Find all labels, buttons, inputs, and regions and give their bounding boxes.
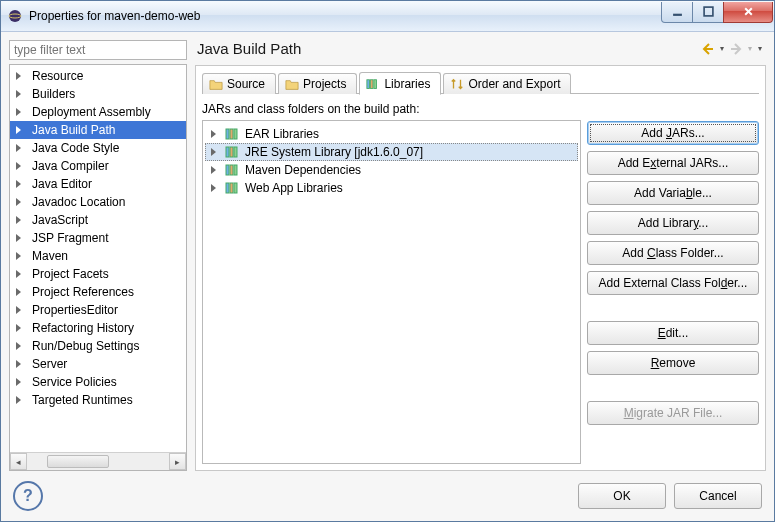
- scroll-left-icon[interactable]: ◂: [10, 453, 27, 470]
- tab-label: Source: [227, 77, 265, 91]
- add-library-button[interactable]: Add Library...: [587, 211, 759, 235]
- sidebar-item[interactable]: Project References: [10, 283, 186, 301]
- tab-icon: [366, 77, 380, 91]
- svg-rect-12: [226, 147, 229, 157]
- tab-icon: [450, 77, 464, 91]
- add-class-folder-button[interactable]: Add Class Folder...: [587, 241, 759, 265]
- svg-rect-9: [226, 129, 229, 139]
- sidebar-item[interactable]: Javadoc Location: [10, 193, 186, 211]
- svg-rect-15: [226, 165, 229, 175]
- window-title: Properties for maven-demo-web: [29, 9, 662, 23]
- minimize-button[interactable]: [661, 2, 693, 23]
- svg-rect-20: [234, 183, 237, 193]
- svg-rect-10: [230, 129, 233, 139]
- description: JARs and class folders on the build path…: [202, 100, 759, 120]
- library-label: Web App Libraries: [245, 180, 343, 196]
- tab-label: Projects: [303, 77, 346, 91]
- back-icon[interactable]: [700, 41, 716, 57]
- sidebar: ResourceBuildersDeployment AssemblyJava …: [9, 40, 187, 471]
- dropdown-icon[interactable]: ▾: [746, 41, 754, 57]
- add-variable-button[interactable]: Add Variable...: [587, 181, 759, 205]
- help-icon[interactable]: ?: [13, 481, 43, 511]
- horizontal-scrollbar[interactable]: ◂ ▸: [10, 452, 186, 470]
- sidebar-item[interactable]: Java Compiler: [10, 157, 186, 175]
- svg-rect-16: [230, 165, 233, 175]
- tab-bar: SourceProjectsLibrariesOrder and Export: [202, 70, 759, 94]
- tab-label: Libraries: [384, 77, 430, 91]
- add-external-jars-button[interactable]: Add External JARs...: [587, 151, 759, 175]
- tab[interactable]: Source: [202, 73, 276, 94]
- button-column: Add JARs... Add External JARs... Add Var…: [587, 120, 759, 464]
- svg-rect-7: [371, 80, 374, 89]
- menu-icon[interactable]: ▾: [756, 41, 764, 57]
- sidebar-item[interactable]: JavaScript: [10, 211, 186, 229]
- footer: ? OK Cancel: [1, 471, 774, 521]
- library-item[interactable]: EAR Libraries: [205, 125, 578, 143]
- remove-button[interactable]: Remove: [587, 351, 759, 375]
- sidebar-item[interactable]: Builders: [10, 85, 186, 103]
- svg-rect-18: [226, 183, 229, 193]
- sidebar-item[interactable]: Resource: [10, 67, 186, 85]
- category-tree: ResourceBuildersDeployment AssemblyJava …: [9, 64, 187, 471]
- library-icon: [225, 163, 241, 177]
- sidebar-item[interactable]: Deployment Assembly: [10, 103, 186, 121]
- dialog-window: Properties for maven-demo-web ResourceBu…: [0, 0, 775, 522]
- content-box: SourceProjectsLibrariesOrder and Export …: [195, 65, 766, 471]
- ok-button[interactable]: OK: [578, 483, 666, 509]
- sidebar-item[interactable]: Project Facets: [10, 265, 186, 283]
- library-label: EAR Libraries: [245, 126, 319, 142]
- libraries-list[interactable]: EAR LibrariesJRE System Library [jdk1.6.…: [202, 120, 581, 464]
- header-toolbar: ▾ ▾ ▾: [700, 41, 764, 57]
- sidebar-item[interactable]: Java Code Style: [10, 139, 186, 157]
- tab[interactable]: Projects: [278, 73, 357, 94]
- tab[interactable]: Libraries: [359, 72, 441, 95]
- dropdown-icon[interactable]: ▾: [718, 41, 726, 57]
- svg-rect-2: [673, 14, 682, 16]
- library-item[interactable]: Web App Libraries: [205, 179, 578, 197]
- window-controls: [662, 2, 773, 22]
- sidebar-item[interactable]: Server: [10, 355, 186, 373]
- svg-rect-13: [230, 147, 233, 157]
- add-external-class-folder-button[interactable]: Add External Class Folder...: [587, 271, 759, 295]
- add-jars-button[interactable]: Add JARs...: [587, 121, 759, 145]
- library-item[interactable]: Maven Dependencies: [205, 161, 578, 179]
- sidebar-item[interactable]: Java Editor: [10, 175, 186, 193]
- eclipse-icon: [7, 8, 23, 24]
- edit-button[interactable]: Edit...: [587, 321, 759, 345]
- tab-icon: [209, 77, 223, 91]
- sidebar-item[interactable]: JSP Fragment: [10, 229, 186, 247]
- titlebar: Properties for maven-demo-web: [1, 1, 774, 32]
- sidebar-item[interactable]: PropertiesEditor: [10, 301, 186, 319]
- library-icon: [225, 145, 241, 159]
- svg-rect-14: [234, 147, 237, 157]
- library-icon: [225, 181, 241, 195]
- scroll-thumb[interactable]: [47, 455, 109, 468]
- maximize-button[interactable]: [692, 2, 724, 23]
- sidebar-item[interactable]: Java Build Path: [10, 121, 186, 139]
- library-label: JRE System Library [jdk1.6.0_07]: [245, 144, 423, 160]
- cancel-button[interactable]: Cancel: [674, 483, 762, 509]
- sidebar-item[interactable]: Maven: [10, 247, 186, 265]
- sidebar-item[interactable]: Run/Debug Settings: [10, 337, 186, 355]
- sidebar-item[interactable]: Targeted Runtimes: [10, 391, 186, 409]
- svg-point-0: [9, 10, 21, 22]
- svg-rect-3: [704, 7, 713, 16]
- svg-rect-19: [230, 183, 233, 193]
- sidebar-item[interactable]: Refactoring History: [10, 319, 186, 337]
- filter-input[interactable]: [9, 40, 187, 60]
- forward-icon[interactable]: [728, 41, 744, 57]
- page-title: Java Build Path: [197, 40, 700, 57]
- library-icon: [225, 127, 241, 141]
- library-label: Maven Dependencies: [245, 162, 361, 178]
- close-button[interactable]: [723, 2, 773, 23]
- tab[interactable]: Order and Export: [443, 73, 571, 94]
- svg-rect-17: [234, 165, 237, 175]
- sidebar-item[interactable]: Service Policies: [10, 373, 186, 391]
- library-item[interactable]: JRE System Library [jdk1.6.0_07]: [205, 143, 578, 161]
- tab-icon: [285, 77, 299, 91]
- migrate-jar-button: Migrate JAR File...: [587, 401, 759, 425]
- tab-page-libraries: JARs and class folders on the build path…: [202, 94, 759, 464]
- dialog-body: ResourceBuildersDeployment AssemblyJava …: [1, 32, 774, 471]
- svg-rect-8: [374, 80, 377, 89]
- scroll-right-icon[interactable]: ▸: [169, 453, 186, 470]
